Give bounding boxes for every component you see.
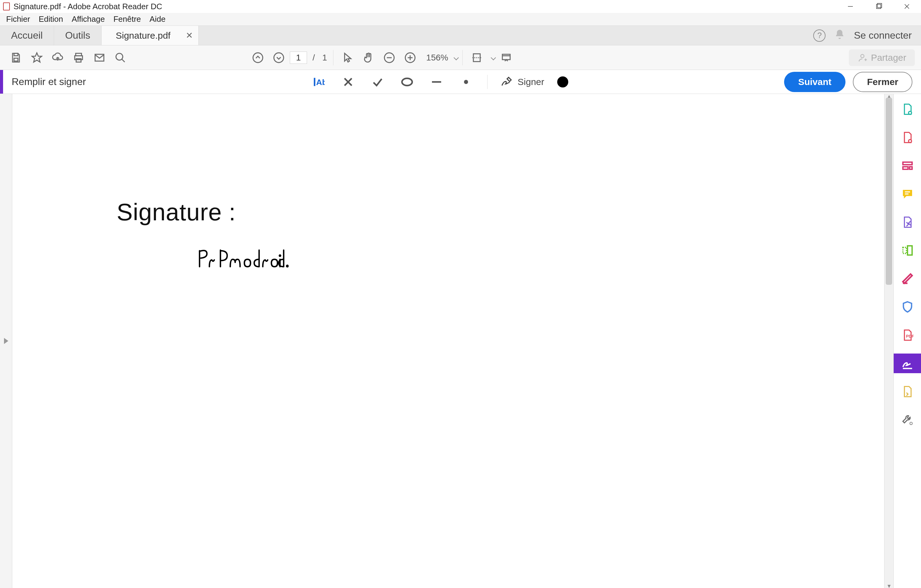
tabbar: Accueil Outils Signature.pdf ✕ ? Se conn… (0, 26, 921, 45)
scrollbar-thumb[interactable] (886, 97, 892, 285)
menu-view[interactable]: Affichage (68, 13, 109, 25)
rail-protect-icon[interactable] (894, 297, 921, 317)
rail-comment-icon[interactable] (894, 184, 921, 204)
sign-label: Signer (517, 77, 544, 87)
menubar: Fichier Edition Affichage Fenêtre Aide (0, 13, 921, 26)
svg-marker-7 (32, 53, 42, 62)
svg-rect-5 (14, 53, 18, 55)
check-mark-icon[interactable] (369, 74, 386, 90)
zoom-out-icon[interactable] (379, 48, 399, 68)
tab-document[interactable]: Signature.pdf ✕ (102, 26, 199, 45)
svg-rect-1 (877, 4, 881, 8)
app-icon (3, 2, 10, 10)
workspace: Signature : (0, 94, 921, 588)
rail-edit-pdf-icon[interactable] (894, 128, 921, 147)
svg-point-15 (274, 53, 284, 63)
right-tools-rail: PDF (893, 94, 921, 588)
menu-file[interactable]: Fichier (2, 13, 34, 25)
scroll-down-icon[interactable]: ▾ (884, 581, 893, 588)
star-icon[interactable] (27, 48, 47, 68)
svg-rect-40 (903, 162, 912, 164)
line-mark-icon[interactable] (428, 74, 445, 90)
hand-tool-icon[interactable] (359, 48, 378, 68)
zoom-level: 156% (421, 53, 449, 63)
read-mode-icon[interactable] (496, 48, 516, 68)
menu-window[interactable]: Fenêtre (109, 13, 145, 25)
dot-mark-icon[interactable] (458, 74, 474, 90)
page-down-icon[interactable] (269, 48, 289, 68)
svg-point-14 (253, 53, 263, 63)
mail-icon[interactable] (89, 48, 109, 68)
page-number-input[interactable] (290, 52, 307, 64)
notifications-icon[interactable] (834, 29, 845, 42)
window-close-button[interactable] (893, 0, 921, 13)
search-icon[interactable] (111, 48, 130, 68)
fit-dropdown-icon[interactable] (491, 55, 496, 60)
rail-export-icon[interactable] (894, 212, 921, 232)
left-panel-toggle[interactable] (0, 94, 12, 588)
svg-rect-45 (908, 246, 912, 255)
window-title: Signature.pdf - Adobe Acrobat Reader DC (13, 2, 162, 11)
rail-more-tools-icon[interactable] (894, 410, 921, 430)
zoom-in-icon[interactable] (400, 48, 420, 68)
print-icon[interactable] (69, 48, 88, 68)
document-heading: Signature : (117, 198, 780, 226)
cross-mark-icon[interactable] (340, 74, 356, 90)
select-tool-icon[interactable] (338, 48, 357, 68)
rail-organize-icon[interactable] (894, 240, 921, 260)
vertical-scrollbar[interactable]: ▴ ▾ (884, 94, 893, 588)
svg-text:Ab: Ab (316, 78, 325, 87)
text-annotation-icon[interactable]: Ab (310, 74, 327, 90)
fit-width-icon[interactable] (467, 48, 487, 68)
menu-edit[interactable]: Edition (34, 13, 68, 25)
close-button[interactable]: Fermer (853, 72, 913, 92)
sign-in-link[interactable]: Se connecter (854, 30, 912, 41)
tab-tools[interactable]: Outils (54, 26, 102, 45)
svg-point-26 (861, 54, 864, 58)
svg-rect-6 (14, 58, 18, 61)
zoom-dropdown-icon[interactable] (454, 55, 459, 60)
svg-line-13 (122, 59, 125, 62)
next-button[interactable]: Suivant (784, 72, 846, 92)
save-icon[interactable] (6, 48, 26, 68)
signature-image[interactable] (197, 245, 780, 275)
page-separator: / (308, 53, 317, 63)
tab-home[interactable]: Accueil (0, 26, 54, 45)
color-picker[interactable] (557, 76, 568, 88)
svg-point-37 (287, 265, 288, 267)
svg-point-35 (464, 80, 468, 84)
pdf-page: Signature : (12, 94, 884, 588)
svg-point-36 (279, 255, 281, 256)
svg-rect-2 (877, 3, 882, 8)
svg-rect-46 (903, 247, 906, 253)
share-button[interactable]: Partager (849, 49, 915, 66)
svg-rect-24 (502, 54, 510, 59)
cloud-upload-icon[interactable] (48, 48, 68, 68)
svg-point-33 (402, 78, 412, 85)
rail-redact-icon[interactable] (894, 269, 921, 289)
help-icon[interactable]: ? (813, 29, 825, 42)
sign-button[interactable]: Signer (500, 76, 544, 88)
svg-text:PDF: PDF (906, 334, 914, 338)
fill-sign-toolbar: Remplir et signer Ab Signer Suivant Ferm… (0, 70, 921, 94)
tab-close-button[interactable]: ✕ (186, 30, 193, 41)
fill-sign-label: Remplir et signer (3, 76, 94, 88)
window-maximize-button[interactable] (864, 0, 893, 13)
rail-compress-icon[interactable]: PDF (894, 325, 921, 345)
window-titlebar: Signature.pdf - Adobe Acrobat Reader DC (0, 0, 921, 13)
page-up-icon[interactable] (248, 48, 268, 68)
document-viewport[interactable]: Signature : (12, 94, 884, 588)
share-label: Partager (871, 52, 906, 63)
window-minimize-button[interactable] (836, 0, 864, 13)
menu-help[interactable]: Aide (145, 13, 170, 25)
rail-send-icon[interactable] (894, 382, 921, 401)
circle-mark-icon[interactable] (399, 74, 415, 90)
rail-fill-sign-icon[interactable] (894, 354, 921, 373)
svg-marker-16 (345, 53, 351, 62)
page-total: 1 (318, 53, 329, 63)
svg-point-12 (116, 53, 123, 60)
rail-create-pdf-icon[interactable] (894, 99, 921, 119)
rail-forms-icon[interactable] (894, 156, 921, 175)
main-toolbar: / 1 156% Partager (0, 45, 921, 70)
toolbar-accent (0, 70, 3, 94)
